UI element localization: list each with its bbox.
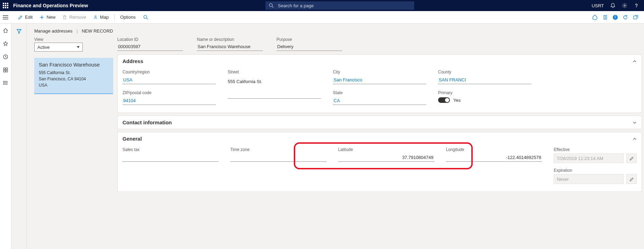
chevron-up-icon (633, 137, 637, 141)
street-field[interactable]: 555 California St. (228, 76, 321, 84)
plus-icon (39, 15, 44, 20)
view-label: View (34, 37, 113, 42)
card-line3: USA (39, 82, 109, 88)
purpose-label: Purpose (276, 37, 342, 42)
svg-point-2 (624, 5, 625, 6)
map-button[interactable]: Map (90, 13, 111, 21)
search-icon (269, 3, 274, 8)
state-field[interactable]: CA (333, 97, 426, 105)
user-code[interactable]: USRT (592, 3, 604, 8)
effective-label: Effective (554, 147, 637, 152)
settings-icon[interactable] (622, 3, 627, 8)
options-button[interactable]: Options (117, 13, 138, 21)
favorites-icon[interactable] (3, 41, 8, 46)
popout-icon[interactable] (633, 15, 638, 20)
help-icon[interactable] (634, 3, 639, 8)
svg-point-21 (3, 81, 4, 82)
breadcrumb-root[interactable]: Manage addresses (34, 28, 73, 34)
street-label: Street (228, 70, 321, 74)
svg-line-1 (272, 6, 273, 8)
new-button[interactable]: New (37, 13, 58, 21)
card-line2: San Francisco, CA 94104 (39, 76, 109, 82)
edit-button[interactable]: Edit (15, 13, 35, 21)
main-shell: Manage addresses | NEW RECORD View Activ… (0, 24, 644, 249)
salestax-field[interactable] (123, 153, 219, 162)
new-label: New (46, 15, 55, 20)
list-pane: View Active San Francisco Warehouse 555 … (27, 37, 117, 94)
name-field[interactable] (197, 43, 263, 51)
hamburger-icon[interactable] (3, 15, 8, 20)
primary-label: Primary (438, 90, 532, 95)
expiration-label: Expiration (554, 168, 637, 173)
city-label: City (333, 70, 426, 74)
svg-rect-16 (3, 70, 5, 72)
global-search[interactable] (265, 1, 414, 10)
section-address: Address Country/region USA Street 555 Ca… (117, 54, 642, 113)
latitude-field[interactable] (338, 153, 434, 162)
primary-toggle-text: Yes (453, 98, 461, 103)
toolbar-separator (114, 14, 115, 20)
view-select[interactable]: Active (34, 43, 83, 52)
street-extra-field[interactable] (228, 90, 321, 99)
global-search-input[interactable] (277, 3, 411, 9)
card-line1: 555 California St. (39, 70, 109, 76)
trash-icon (62, 15, 67, 20)
svg-rect-12 (634, 16, 637, 19)
svg-rect-17 (6, 70, 8, 72)
longitude-field[interactable] (446, 153, 542, 162)
section-address-title: Address (123, 58, 143, 64)
purpose-field[interactable] (276, 43, 342, 51)
home-icon[interactable] (3, 28, 8, 33)
country-field[interactable]: USA (123, 76, 216, 84)
recent-icon[interactable] (3, 54, 8, 60)
svg-point-3 (636, 7, 637, 8)
section-contact-header[interactable]: Contact information (118, 116, 642, 129)
app-launcher-icon[interactable] (3, 3, 8, 8)
svg-point-9 (95, 16, 96, 17)
office-icon[interactable] (602, 15, 608, 20)
section-general-header[interactable]: General (118, 132, 642, 145)
global-nav: Finance and Operations Preview USRT (0, 0, 644, 11)
zip-field[interactable]: 94104 (123, 97, 216, 105)
section-general: General Sales tax Time zone (117, 132, 642, 192)
refresh-icon[interactable] (623, 15, 628, 20)
location-id-field[interactable] (117, 43, 183, 51)
attachments-icon[interactable] (592, 15, 598, 20)
breadcrumb-current: NEW RECORD (82, 28, 113, 34)
svg-rect-15 (6, 68, 8, 70)
latitude-label: Latitude (338, 147, 434, 152)
header-fields: Location ID Name or description Purpose (117, 37, 642, 54)
section-contact: Contact information (117, 116, 642, 129)
workspaces-icon[interactable] (3, 67, 8, 73)
chevron-up-icon (633, 59, 637, 63)
toolbar-search-icon[interactable] (143, 15, 148, 20)
effective-edit-button[interactable] (626, 153, 637, 163)
messages-badge[interactable]: 0 (613, 15, 618, 20)
remove-label: Remove (69, 15, 86, 20)
edit-label: Edit (25, 15, 33, 20)
app-title: Finance and Operations Preview (13, 3, 88, 8)
nav-rail (0, 24, 11, 249)
remove-button: Remove (60, 13, 89, 21)
timezone-label: Time zone (230, 147, 327, 152)
section-address-header[interactable]: Address (118, 55, 642, 68)
address-card[interactable]: San Francisco Warehouse 555 California S… (34, 58, 113, 94)
timezone-field[interactable] (230, 153, 327, 162)
svg-rect-14 (3, 68, 5, 70)
filter-column (11, 24, 27, 249)
section-contact-title: Contact information (123, 119, 172, 125)
primary-toggle[interactable] (438, 97, 450, 103)
svg-line-11 (146, 18, 148, 19)
modules-icon[interactable] (3, 80, 8, 86)
action-toolbar: Edit New Remove Map Options 0 (0, 11, 644, 24)
county-field[interactable]: SAN FRANCI (438, 76, 532, 84)
expiration-field: Never (554, 174, 624, 184)
expiration-edit-button[interactable] (626, 174, 637, 184)
person-pin-icon (93, 15, 98, 20)
filter-icon[interactable] (16, 28, 22, 249)
notifications-icon[interactable] (610, 3, 616, 8)
county-label: County (438, 70, 532, 74)
city-field[interactable]: San Francisco (333, 76, 426, 84)
svg-point-0 (269, 3, 272, 7)
svg-point-22 (3, 82, 4, 83)
